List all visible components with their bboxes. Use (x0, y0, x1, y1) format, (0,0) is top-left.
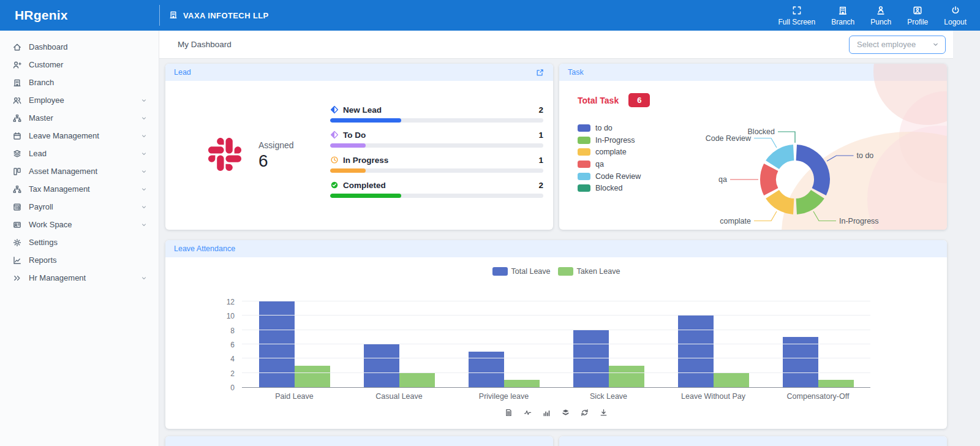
punch-icon (875, 5, 886, 16)
check-circle-icon (330, 181, 339, 189)
bar-taken-leave (399, 373, 435, 387)
lead-status-value: 2 (538, 105, 543, 115)
sidebar-item-dashboard[interactable]: Dashboard (0, 38, 159, 56)
sidebar-item-settings[interactable]: Settings (0, 233, 159, 251)
topbar-action-label: Punch (870, 18, 891, 26)
toolbox-bar-chart-icon[interactable] (542, 408, 551, 417)
topbar-action-branch[interactable]: Branch (831, 5, 854, 26)
gridline (242, 301, 870, 301)
double-chevron-icon (12, 273, 22, 283)
donut-label: qa (718, 175, 727, 184)
bar-taken-leave (504, 380, 540, 387)
lead-progress-bar (330, 194, 543, 198)
stack-icon (561, 408, 570, 417)
chevron-down-icon (932, 40, 940, 48)
y-axis-label: 8 (211, 327, 235, 335)
user-add-icon (12, 60, 22, 70)
toolbox-restore-icon[interactable] (580, 408, 589, 417)
legend-swatch (578, 173, 590, 180)
sidebar-item-hr-management[interactable]: Hr Management (0, 269, 159, 287)
chevron-down-icon (140, 97, 148, 104)
sidebar-item-payroll[interactable]: Payroll (0, 198, 159, 216)
donut-segment-complate (766, 190, 794, 214)
sidebar-item-label: Work Space (29, 220, 72, 229)
kanban-icon (12, 167, 22, 176)
app-logo[interactable]: HRgenix (0, 0, 159, 31)
layers-icon (12, 149, 22, 159)
donut-label: to do (857, 151, 874, 160)
bar-total-leave (783, 337, 818, 387)
home-icon (12, 42, 22, 52)
sidebar-item-label: Lead (29, 149, 47, 158)
donut-label-line (827, 156, 854, 161)
toolbox-line-chart-icon[interactable] (523, 408, 532, 417)
bar-total-leave (469, 352, 504, 387)
diamond-icon (330, 105, 339, 114)
lead-status-label: In Progress (343, 156, 388, 165)
gridline (242, 372, 870, 373)
sidebar-item-branch[interactable]: Branch (0, 74, 159, 91)
slack-icon (208, 138, 241, 171)
topbar-action-logout[interactable]: Logout (944, 5, 967, 26)
lead-progress-bar (330, 118, 543, 123)
sidebar-item-leave-management[interactable]: Leave Management (0, 127, 159, 145)
sidebar-item-customer[interactable]: Customer (0, 56, 159, 74)
legend-swatch (578, 184, 590, 192)
donut-segment-code-review (766, 145, 794, 169)
donut-segment-qa (760, 164, 778, 195)
sidebar-item-employee[interactable]: Employee (0, 91, 159, 109)
gridline (242, 315, 870, 316)
sidebar-item-lead[interactable]: Lead (0, 145, 159, 162)
bar-total-leave (259, 301, 295, 387)
sidebar-item-label: Settings (29, 238, 58, 247)
chevron-down-icon (140, 186, 148, 193)
leave-legend-item-total-leave[interactable]: Total Leave (492, 267, 551, 276)
company-name-label: VAXA INFOTECH LLP (183, 11, 269, 20)
toolbox-data-view-icon[interactable] (504, 408, 513, 417)
employee-select[interactable]: Select employee (849, 36, 946, 54)
x-axis-label: Paid Leave (242, 392, 347, 401)
sidebar-item-asset-management[interactable]: Asset Management (0, 162, 159, 180)
external-link-icon (535, 68, 545, 77)
legend-swatch (578, 148, 590, 156)
toolbox-download-icon[interactable] (599, 408, 608, 417)
bar-group-casual-leave (347, 344, 451, 387)
leave-chart-legend: Total LeaveTaken Leave (165, 267, 947, 276)
id-card-icon (12, 220, 22, 230)
toolbox-stack-icon[interactable] (561, 408, 570, 417)
topbar-action-full-screen[interactable]: Full Screen (778, 5, 816, 26)
x-axis-label: Privilege leave (451, 392, 556, 401)
topbar-action-label: Profile (907, 18, 928, 26)
lead-progress-bar (330, 143, 543, 148)
y-axis-label: 4 (211, 355, 235, 363)
company-name: VAXA INFOTECH LLP (160, 0, 269, 31)
bar-chart-icon (542, 408, 551, 417)
building-icon (168, 10, 178, 20)
external-link-icon[interactable] (535, 68, 545, 77)
sidebar-item-label: Leave Management (29, 131, 99, 140)
sidebar-item-label: Employee (29, 96, 64, 105)
topbar: HRgenix VAXA INFOTECH LLP Full ScreenBra… (0, 0, 980, 31)
sidebar-item-work-space[interactable]: Work Space (0, 216, 159, 233)
power-icon (950, 5, 961, 16)
sidebar-item-master[interactable]: Master (0, 109, 159, 127)
leave-legend-item-taken-leave[interactable]: Taken Leave (558, 267, 620, 276)
lead-status-row-in-progress: In Progress1 (330, 156, 543, 173)
lead-status-label: To Do (343, 130, 366, 140)
legend-label: to do (595, 124, 612, 132)
lead-card: Lead Assigned 6 New (165, 64, 553, 230)
bar-group-paid-leave (242, 301, 347, 387)
topbar-action-punch[interactable]: Punch (870, 5, 891, 26)
y-axis-label: 10 (211, 312, 235, 320)
sidebar-item-label: Customer (29, 60, 63, 69)
legend-label: Total Leave (511, 267, 551, 276)
bar-group-privilege-leave (451, 352, 556, 387)
bottom-right-card (559, 436, 947, 446)
chevron-down-icon (140, 168, 148, 175)
sidebar-item-tax-management[interactable]: Tax Management (0, 180, 159, 198)
topbar-action-profile[interactable]: Profile (907, 5, 928, 26)
sitemap-icon (12, 184, 22, 194)
donut-label-line (778, 132, 795, 143)
calendar-icon (12, 131, 22, 141)
sidebar-item-reports[interactable]: Reports (0, 251, 159, 269)
